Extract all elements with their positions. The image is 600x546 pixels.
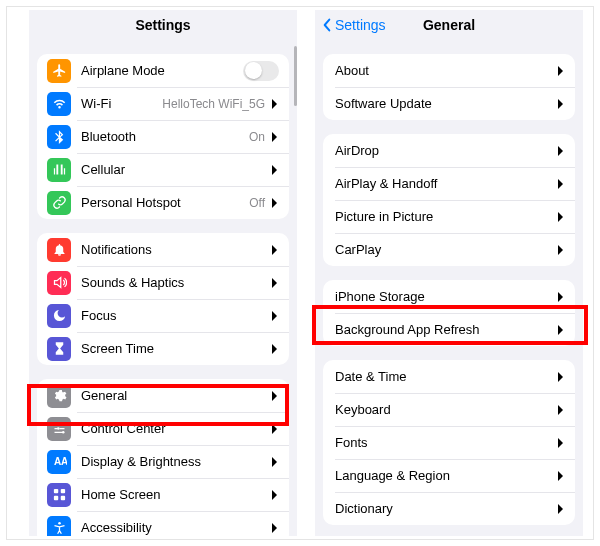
chevron-right-icon [271,343,279,355]
control-center-icon [47,417,71,441]
row-value: HelloTech WiFi_5G [162,97,265,111]
row-label: Fonts [335,435,557,450]
accessibility-icon [47,516,71,537]
header-title: General [423,17,475,33]
focus-icon [47,304,71,328]
airplane-toggle[interactable] [243,61,279,81]
header-title: Settings [135,17,190,33]
chevron-right-icon [271,277,279,289]
row-language[interactable]: Language & Region [323,459,575,492]
row-label: Date & Time [335,369,557,384]
row-value: On [249,130,265,144]
row-software-update[interactable]: Software Update [323,87,575,120]
chevron-right-icon [271,489,279,501]
cellular-icon [47,158,71,182]
group-airdrop: AirDrop AirPlay & Handoff Picture in Pic… [323,134,575,266]
row-iphone-storage[interactable]: iPhone Storage [323,280,575,313]
chevron-right-icon [271,423,279,435]
row-date-time[interactable]: Date & Time [323,360,575,393]
chevron-right-icon [557,178,565,190]
chevron-right-icon [271,522,279,534]
chevron-right-icon [271,310,279,322]
display-icon [47,450,71,474]
chevron-right-icon [271,197,279,209]
home-screen-icon [47,483,71,507]
screentime-icon [47,337,71,361]
row-control-center[interactable]: Control Center [37,412,289,445]
row-about[interactable]: About [323,54,575,87]
row-label: AirDrop [335,143,557,158]
row-label: Personal Hotspot [81,195,249,210]
row-label: General [81,388,271,403]
row-label: About [335,63,557,78]
row-label: Dictionary [335,501,557,516]
row-wifi[interactable]: Wi-Fi HelloTech WiFi_5G [37,87,289,120]
row-home-screen[interactable]: Home Screen [37,478,289,511]
row-label: Control Center [81,421,271,436]
row-label: Home Screen [81,487,271,502]
hotspot-icon [47,191,71,215]
row-dictionary[interactable]: Dictionary [323,492,575,525]
row-label: Keyboard [335,402,557,417]
wifi-icon [47,92,71,116]
row-airdrop[interactable]: AirDrop [323,134,575,167]
row-accessibility[interactable]: Accessibility [37,511,289,536]
row-label: Focus [81,308,271,323]
settings-screen: Settings Airplane Mode Wi-Fi HelloTech W… [29,10,297,536]
chevron-right-icon [271,131,279,143]
chevron-right-icon [271,390,279,402]
row-sounds[interactable]: Sounds & Haptics [37,266,289,299]
row-label: Screen Time [81,341,271,356]
chevron-right-icon [557,65,565,77]
row-hotspot[interactable]: Personal Hotspot Off [37,186,289,219]
row-label: AirPlay & Handoff [335,176,557,191]
scrollbar[interactable] [294,46,297,106]
row-label: Sounds & Haptics [81,275,271,290]
back-button[interactable]: Settings [321,17,386,33]
row-label: Airplane Mode [81,63,243,78]
group-storage: iPhone Storage Background App Refresh [323,280,575,346]
row-label: Accessibility [81,520,271,535]
general-screen: Settings General About Software Update A… [315,10,583,536]
row-background-refresh[interactable]: Background App Refresh [323,313,575,346]
chevron-right-icon [557,211,565,223]
row-bluetooth[interactable]: Bluetooth On [37,120,289,153]
chevron-right-icon [271,164,279,176]
chevron-right-icon [557,324,565,336]
group-datetime: Date & Time Keyboard Fonts Language & Re… [323,360,575,525]
row-cellular[interactable]: Cellular [37,153,289,186]
chevron-right-icon [271,98,279,110]
row-pip[interactable]: Picture in Picture [323,200,575,233]
row-notifications[interactable]: Notifications [37,233,289,266]
row-label: Picture in Picture [335,209,557,224]
chevron-right-icon [557,98,565,110]
row-general[interactable]: General [37,379,289,412]
row-value: Off [249,196,265,210]
row-focus[interactable]: Focus [37,299,289,332]
group-about: About Software Update [323,54,575,120]
row-airplane[interactable]: Airplane Mode [37,54,289,87]
chevron-right-icon [557,470,565,482]
header: Settings General [315,10,583,40]
back-label: Settings [335,17,386,33]
row-label: Notifications [81,242,271,257]
row-label: Software Update [335,96,557,111]
row-fonts[interactable]: Fonts [323,426,575,459]
row-keyboard[interactable]: Keyboard [323,393,575,426]
row-carplay[interactable]: CarPlay [323,233,575,266]
sounds-icon [47,271,71,295]
chevron-right-icon [557,145,565,157]
chevron-right-icon [557,371,565,383]
row-label: Wi-Fi [81,96,162,111]
row-display[interactable]: Display & Brightness [37,445,289,478]
header: Settings [29,10,297,40]
group-connectivity: Airplane Mode Wi-Fi HelloTech WiFi_5G Bl… [37,54,289,219]
airplane-icon [47,59,71,83]
row-airplay[interactable]: AirPlay & Handoff [323,167,575,200]
chevron-right-icon [557,291,565,303]
row-screentime[interactable]: Screen Time [37,332,289,365]
row-label: Bluetooth [81,129,249,144]
row-label: Language & Region [335,468,557,483]
chevron-right-icon [557,437,565,449]
group-notifications: Notifications Sounds & Haptics Focus Scr… [37,233,289,365]
